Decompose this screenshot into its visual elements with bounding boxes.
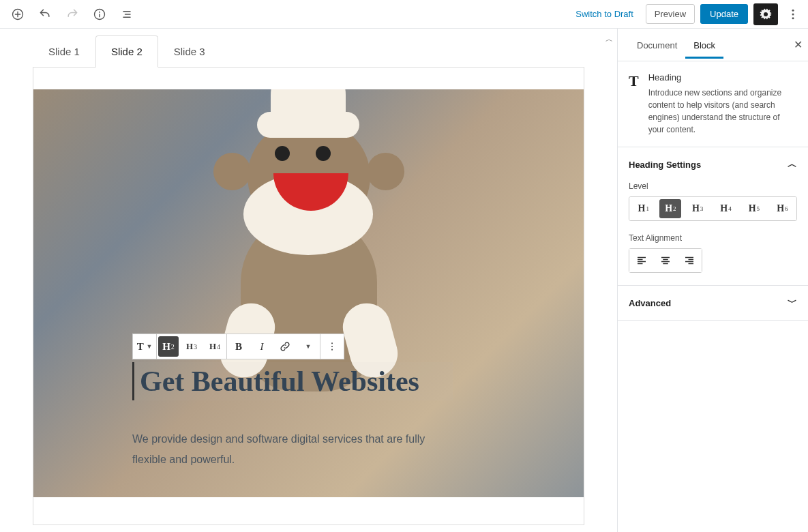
svg-point-8 [331,349,333,351]
svg-point-7 [331,346,333,347]
svg-point-5 [792,17,794,19]
slide-tab-3[interactable]: Slide 3 [158,35,221,68]
advanced-panel-toggle[interactable]: Advanced ﹀ [618,286,808,320]
settings-sidebar: Document Block ✕ T Heading Introduce new… [617,29,808,532]
heading-block[interactable]: Get Beautiful Websites [132,362,453,400]
slide-tab-1[interactable]: Slide 1 [33,35,95,68]
heading-level-h3-button[interactable]: H3 [180,334,203,359]
preview-button[interactable]: Preview [646,4,695,24]
heading-level-h2-button[interactable]: H2 [158,336,179,357]
editor-canvas: ︿ Slide 1 Slide 2 Slide 3 [0,29,617,532]
change-block-type-button[interactable]: T ▼ [133,334,156,359]
text-alignment-selector [629,248,702,273]
link-button[interactable] [273,334,297,359]
heading-text[interactable]: Get Beautiful Websites [140,365,453,398]
heading-settings-panel: Heading Settings ︿ Level H1 H2 H3 H4 H5 … [618,147,808,286]
sidebar-tab-document[interactable]: Document [629,31,685,59]
align-left-button[interactable] [629,249,653,272]
align-center-icon [659,254,672,267]
heading-settings-toggle[interactable]: Heading Settings ︿ [618,147,808,181]
editor-top-toolbar: Switch to Draft Preview Update [0,0,808,29]
block-description: T Heading Introduce new sections and org… [618,61,808,147]
collapse-sidebar-caret[interactable]: ︿ [605,34,613,44]
level-h4-button[interactable]: H4 [712,197,740,220]
update-button[interactable]: Update [700,4,748,24]
svg-point-4 [792,13,794,15]
outline-button[interactable] [115,2,139,27]
more-menu-button[interactable] [783,2,803,27]
level-h2-button[interactable]: H2 [659,199,681,218]
more-rich-text-button[interactable]: ▼ [297,334,320,359]
slide-container: T ▼ H2 H3 H4 B I ▼ [33,67,584,525]
sidebar-tabs: Document Block ✕ [618,29,808,61]
alignment-label: Text Alignment [629,233,797,243]
heading-level-h4-button[interactable]: H4 [203,334,226,359]
svg-point-3 [792,9,794,11]
chevron-up-icon: ︿ [788,158,797,171]
slide-tab-2[interactable]: Slide 2 [95,35,158,68]
switch-to-draft-button[interactable]: Switch to Draft [569,5,640,23]
link-icon [279,340,291,353]
heading-block-icon: T [629,72,639,136]
level-h6-button[interactable]: H6 [768,197,796,220]
panel-title: Advanced [629,298,671,308]
svg-point-6 [331,342,333,344]
block-toolbar: T ▼ H2 H3 H4 B I ▼ [132,334,344,359]
info-button[interactable] [87,2,112,27]
align-left-icon [635,254,648,267]
level-h5-button[interactable]: H5 [740,197,768,220]
svg-point-2 [99,11,100,12]
redo-icon [65,8,79,21]
panel-title: Heading Settings [629,160,701,170]
undo-button[interactable] [33,2,57,27]
paragraph-block[interactable]: We provide design and software digital s… [132,429,453,471]
slide-tabs: Slide 1 Slide 2 Slide 3 [33,35,617,68]
italic-button[interactable]: I [250,334,273,359]
toolbar-right-group: Switch to Draft Preview Update [569,2,803,27]
align-right-button[interactable] [678,249,702,272]
plus-circle-icon [11,8,25,21]
block-more-options-button[interactable] [320,334,344,359]
advanced-panel: Advanced ﹀ [618,286,808,321]
sidebar-tab-block[interactable]: Block [685,31,723,59]
heading-level-selector: H1 H2 H3 H4 H5 H6 [629,196,797,221]
redo-button[interactable] [60,2,85,27]
dots-vertical-icon [786,8,800,21]
add-block-button[interactable] [5,2,30,27]
bold-button[interactable]: B [227,334,250,359]
list-icon [120,8,134,21]
gear-icon [760,8,772,20]
block-desc-text: Introduce new sections and organize cont… [648,87,797,136]
level-h1-button[interactable]: H1 [629,197,657,220]
level-h3-button[interactable]: H3 [683,197,711,220]
toolbar-left-group [5,2,139,27]
align-center-button[interactable] [653,249,677,272]
settings-button[interactable] [753,3,778,25]
sidebar-close-button[interactable]: ✕ [794,38,803,51]
level-label: Level [629,181,797,191]
info-icon [93,8,106,21]
undo-icon [38,8,52,21]
chevron-down-icon: ﹀ [788,297,797,309]
align-right-icon [683,254,695,267]
block-title: Heading [648,72,797,83]
dots-vertical-icon [327,341,338,352]
